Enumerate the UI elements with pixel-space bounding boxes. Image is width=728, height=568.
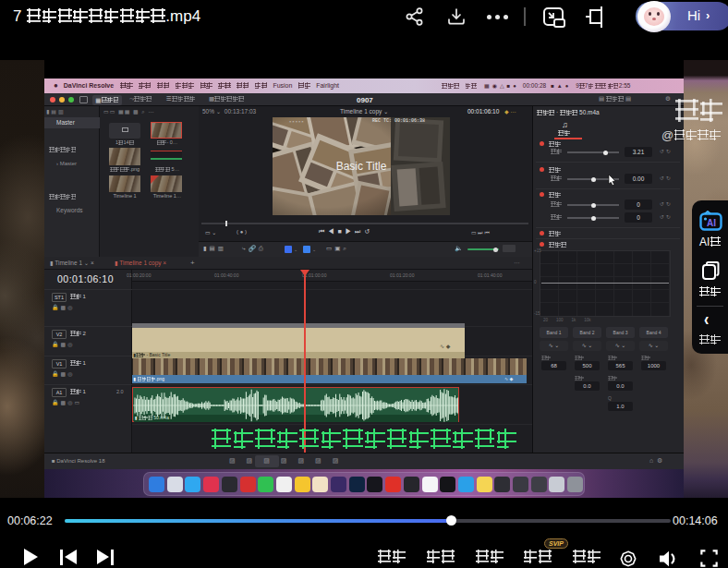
svg-text:AI: AI xyxy=(707,218,716,228)
